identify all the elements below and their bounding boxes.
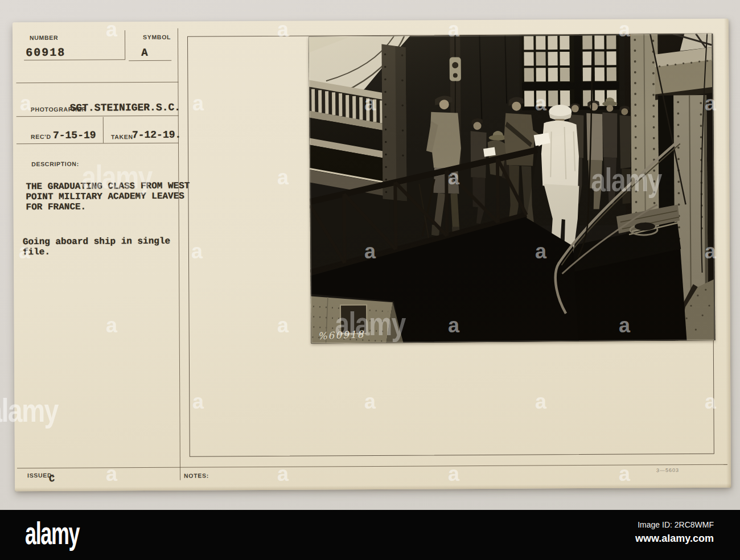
symbol-label: SYMBOL xyxy=(143,34,171,40)
alamy-footer-bar: alamy Image ID: 2RC8WMF www.alamy.com xyxy=(0,510,740,560)
received-value: 7-15-19 xyxy=(53,130,96,141)
image-id-text: Image ID: 2RC8WMF xyxy=(635,520,714,529)
received-label: REC'D xyxy=(31,133,51,140)
description-note-line-2: file. xyxy=(23,247,50,257)
issued-value: C xyxy=(49,473,55,484)
description-line-3: FOR FRANCE. xyxy=(26,202,87,213)
number-underline xyxy=(24,59,125,60)
number-label: NUMBER xyxy=(30,34,58,41)
issued-notes-rule xyxy=(17,464,727,469)
rule-3 xyxy=(17,143,179,145)
symbol-underline xyxy=(129,60,171,61)
description-label: DESCRIPTION: xyxy=(31,160,79,167)
description-note-line-1: Going aboard ship in single xyxy=(23,236,170,247)
website-url-text: www.alamy.com xyxy=(635,533,714,545)
number-symbol-divider xyxy=(125,30,126,60)
rule-2 xyxy=(17,116,179,117)
form-print-number: 3—5603 xyxy=(656,467,679,473)
photographer-value: SGT.STEINIGER.S.C. xyxy=(70,102,181,114)
taken-label: TAKEN xyxy=(111,133,133,140)
main-column-divider xyxy=(178,28,181,480)
taken-value: 7-12-19. xyxy=(132,129,182,141)
number-value: 60918 xyxy=(26,46,65,59)
notes-label: NOTES: xyxy=(184,472,209,479)
alamy-logo: alamy xyxy=(25,514,79,551)
recd-taken-divider xyxy=(103,117,104,143)
alamy-stock-photo-page: NUMBER 60918 SYMBOL A PHOTOGRAPHER SGT.S… xyxy=(0,0,740,560)
photograph: %60918 xyxy=(309,34,715,344)
description-line-2: POINT MILITARY ACADEMY LEAVES xyxy=(26,191,184,202)
symbol-value: A xyxy=(141,47,148,59)
description-line-1: THE GRADUATING CLASS FROM WEST xyxy=(26,181,190,192)
photo-caption-card: NUMBER 60918 SYMBOL A PHOTOGRAPHER SGT.S… xyxy=(13,19,731,492)
rule-1 xyxy=(16,82,178,84)
photo-tone-overlay xyxy=(309,34,715,344)
